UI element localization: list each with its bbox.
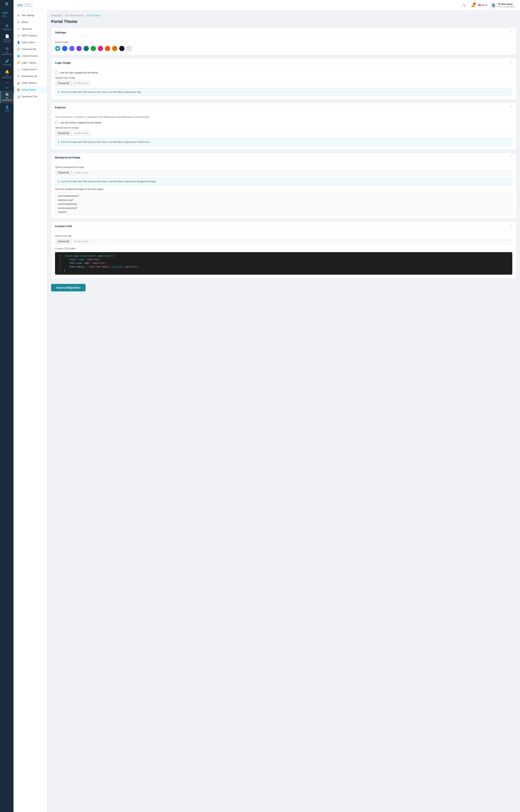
nav-item-dashboard-theme[interactable]: 📊 Dashboard The... — [14, 93, 47, 100]
background-collapse-button[interactable]: ⌃ — [510, 155, 512, 159]
nav-item-label: Comments Mo... — [22, 48, 38, 51]
sidebar-item-site-administration[interactable]: 🏛 Site Administration — [0, 91, 14, 103]
color-green[interactable] — [91, 46, 96, 51]
nav-item-author-name[interactable]: 👤 Author Name ... — [14, 39, 47, 46]
nav-item-site-settings[interactable]: ⚙ Site Settings — [14, 12, 47, 19]
logo-theme-checkbox[interactable] — [55, 71, 58, 74]
sidebar-logo: DAC DIGITAL APICRAFT — [0, 9, 13, 20]
color-indigo[interactable] — [69, 46, 75, 51]
logo-checkbox-row: Use the logo supplied by the theme — [55, 71, 512, 74]
nav-item-label: Custom Domain — [22, 55, 38, 57]
logo-card-header[interactable]: Logo image ⌃ — [51, 58, 516, 67]
sidebar-item-api-subscriptions[interactable]: 🔔 API Subscriptions — [0, 68, 14, 80]
logo-upload-label: Upload logo image — [55, 76, 512, 79]
sidebar: ☰ DAC DIGITAL APICRAFT ⊞ Dashboard 📄 API… — [0, 0, 14, 812]
nav-item-menus[interactable]: ☰ Menus — [14, 19, 47, 26]
domain-icon: 🌐 — [17, 54, 20, 58]
custom-css-collapse-button[interactable]: ⌃ — [510, 224, 512, 228]
api-admin-icon: ⚙ — [6, 47, 9, 51]
nav-item-taxonomy[interactable]: 🏷 Taxonomy — [14, 26, 47, 32]
comments-icon: 💬 — [17, 48, 20, 51]
nav-item-login-signup[interactable]: 🔑 Login / Signup ... — [14, 59, 47, 66]
save-configuration-button[interactable]: Save Configuration — [51, 284, 86, 291]
color-black[interactable] — [119, 46, 125, 51]
color-orange[interactable] — [105, 46, 110, 51]
sidebar-item-label: API Administration — [1, 51, 14, 55]
background-choose-file-button[interactable]: Choose file — [55, 170, 72, 175]
nav-item-label: Dashboard The... — [22, 95, 39, 98]
nav-item-label: Portal Theme — [22, 89, 36, 91]
settings-card-header[interactable]: Settings ⌃ — [51, 28, 516, 37]
favicon-upload-label: Upload favicon image — [55, 126, 512, 129]
logo-checkbox-label[interactable]: Use the logo supplied by the theme — [60, 71, 98, 74]
sidebar-item-dashboard[interactable]: ⊞ Dashboard — [0, 22, 14, 32]
favicon-card-header[interactable]: Favicon ⌃ — [51, 103, 516, 112]
nav-item-custom-error[interactable]: ⚠ Custom Error P... — [14, 66, 47, 73]
nav-item-label: Menus — [22, 21, 28, 23]
svg-text:DAC: DAC — [17, 4, 23, 7]
favicon-collapse-button[interactable]: ⌃ — [510, 105, 512, 109]
user-info[interactable]: 👤 Hi ekta umare ekta.u+pa@digital... — [490, 2, 516, 8]
apis-icon: 📄 — [5, 34, 9, 38]
favicon-checkbox-row: Use the favicon supplied by the theme — [55, 121, 512, 124]
favicon-theme-checkbox[interactable] — [55, 121, 58, 124]
nav-item-custom-domain[interactable]: 🌐 Custom Domain — [14, 53, 47, 59]
page-path-4: /community/article/* — [58, 206, 510, 211]
background-card-body: Upload Background Image Choose file No f… — [51, 162, 516, 218]
nav-item-label: Custom Error P... — [22, 68, 39, 71]
css-line-5: 5 } — [57, 269, 510, 272]
info-icon: ℹ — [58, 90, 59, 94]
logo-info-box: ℹ If you don't have direct file access t… — [55, 88, 512, 96]
background-pages-list: /community/webinar/* /apis/use-case/* /c… — [55, 192, 512, 215]
css-editor[interactable]: 1 .block-page-title-block .page-title { … — [55, 252, 512, 275]
color-teal[interactable] — [55, 46, 60, 51]
settings-collapse-button[interactable]: ⌃ — [510, 31, 512, 34]
favicon-file-input-row: Choose file No file chosen — [55, 130, 512, 136]
breadcrumb-dashboard[interactable]: Dashboard — [51, 14, 62, 17]
logo-file-input-row: Choose file No file chosen — [55, 81, 512, 86]
color-pink[interactable] — [98, 46, 103, 51]
hamburger-menu[interactable]: ☰ — [5, 2, 8, 6]
nav-item-smtp[interactable]: ✉ SMTP Authenti... — [14, 32, 47, 39]
sidebar-item-apps[interactable]: 📱 Apps — [0, 80, 14, 91]
color-amber[interactable] — [112, 46, 117, 51]
nav-item-portal-theme[interactable]: 🎨 Portal Theme — [14, 87, 47, 93]
sidebar-item-label: APIs and Products — [1, 39, 14, 43]
css-file-input-row: Choose file No file chosen — [55, 239, 512, 244]
taxonomy-icon: 🏷 — [17, 27, 20, 31]
color-violet[interactable] — [76, 46, 82, 51]
breadcrumb-site-admin[interactable]: Site Administration — [65, 14, 84, 17]
nav-item-maintenance[interactable]: 🔧 Maintenance M... — [14, 73, 47, 80]
custom-css-card-header[interactable]: Custom CSS ⌃ — [51, 222, 516, 230]
page-path-6: /support/contact-us — [58, 214, 510, 215]
sidebar-item-api-administration[interactable]: ⚙ API Administration — [0, 45, 14, 57]
css-choose-file-button[interactable]: Choose file — [55, 239, 72, 244]
color-custom[interactable] — [126, 46, 132, 51]
info-icon-3: ℹ — [58, 180, 59, 183]
sidebar-item-apis-products[interactable]: 📄 APIs and Products — [0, 32, 14, 45]
favicon-choose-file-button[interactable]: Choose file — [55, 131, 72, 136]
sidebar-item-api-testing[interactable]: 🧪 API Testing — [0, 57, 14, 68]
nav-item-comments[interactable]: 💬 Comments Mo... — [14, 46, 47, 53]
breadcrumb-sep-1: › — [63, 14, 64, 17]
import-css-label: Import CSS file — [55, 235, 512, 237]
sidebar-item-users[interactable]: 👤 Users — [0, 103, 14, 114]
background-info-text: If you don't have direct file access to … — [61, 180, 156, 183]
nav-item-label: Taxonomy — [22, 28, 32, 30]
language-selector[interactable]: 🇺🇸 EN ▾ — [478, 4, 487, 6]
svg-text:DAC: DAC — [2, 11, 8, 14]
site-settings-icon: ⚙ — [17, 14, 20, 17]
logo-collapse-button[interactable]: ⌃ — [510, 61, 512, 65]
css-line-3: 3 font-size: 30px !important; — [57, 262, 510, 265]
logo-choose-file-button[interactable]: Choose file — [55, 81, 72, 86]
avatar: 👤 — [490, 2, 496, 8]
color-blue[interactable] — [62, 46, 68, 51]
notifications-button[interactable]: 🔔 1 — [471, 3, 475, 7]
nav-item-saml[interactable]: 🔒 SAML Authenti... — [14, 80, 47, 87]
favicon-checkbox-label[interactable]: Use the favicon supplied by the theme — [60, 121, 101, 124]
search-button[interactable]: 🔍 — [460, 3, 468, 8]
favicon-file-upload-wrapper: Choose file No file chosen — [55, 130, 91, 136]
breadcrumb: Dashboard › Site Administration › Portal… — [51, 14, 516, 17]
background-card-header[interactable]: Background Image ⌃ — [51, 153, 516, 162]
color-teal-dark[interactable] — [83, 46, 89, 51]
